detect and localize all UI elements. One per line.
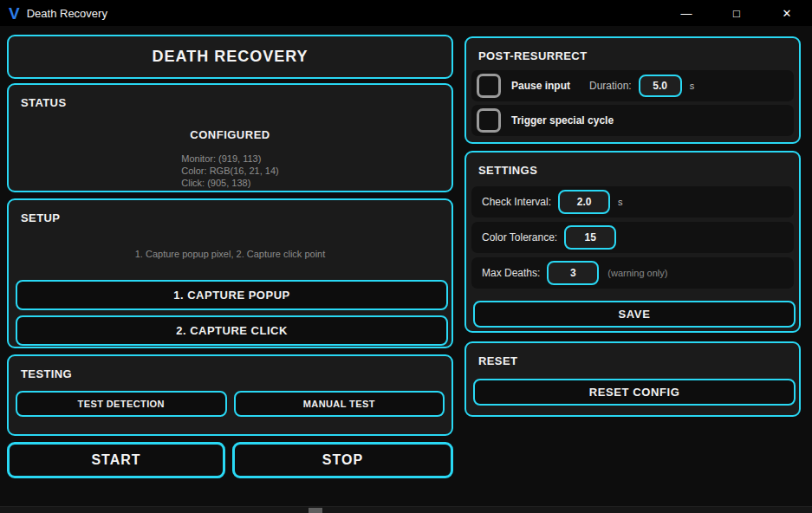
settings-panel: SETTINGS Check Interval: s Color Toleran… — [464, 151, 801, 333]
test-detection-button[interactable]: TEST DETECTION — [16, 391, 227, 417]
post-resurrect-title: POST-RESURRECT — [466, 38, 799, 62]
max-deaths-note: (warning only) — [607, 268, 667, 278]
close-button[interactable]: ✕ — [762, 0, 812, 26]
color-tolerance-input[interactable] — [564, 225, 616, 250]
testing-panel-title: TESTING — [9, 356, 451, 380]
pause-input-row: Pause input Duration: s — [471, 70, 794, 101]
status-state: CONFIGURED — [9, 128, 451, 141]
check-interval-input[interactable] — [558, 190, 610, 214]
reset-config-button[interactable]: RESET CONFIG — [473, 379, 796, 406]
start-button[interactable]: START — [7, 442, 225, 478]
app-logo-icon: V — [9, 5, 20, 22]
page-title: DEATH RECOVERY — [152, 48, 308, 66]
duration-input[interactable] — [639, 75, 682, 97]
setup-panel: SETUP 1. Capture popup pixel, 2. Capture… — [7, 198, 453, 348]
pause-input-checkbox[interactable] — [477, 74, 501, 98]
check-interval-label: Check Interval: — [482, 196, 551, 208]
window-controls: — □ ✕ — [661, 0, 812, 26]
testing-panel: TESTING TEST DETECTION MANUAL TEST — [7, 354, 453, 436]
settings-panel-title: SETTINGS — [466, 153, 799, 177]
status-color: Color: RGB(16, 21, 14) — [181, 166, 279, 178]
status-panel-title: STATUS — [9, 85, 451, 109]
capture-click-button[interactable]: 2. CAPTURE CLICK — [16, 315, 448, 346]
titlebar: V Death Recovery — □ ✕ — [0, 0, 812, 26]
check-interval-row: Check Interval: s — [471, 186, 794, 218]
status-monitor: Monitor: (919, 113) — [181, 153, 279, 166]
duration-label: Duration: — [589, 80, 632, 92]
post-resurrect-panel: POST-RESURRECT Pause input Duration: s T… — [464, 36, 801, 144]
status-panel: STATUS CONFIGURED Monitor: (919, 113) Co… — [7, 83, 453, 192]
trigger-cycle-row: Trigger special cycle — [471, 105, 794, 136]
manual-test-button[interactable]: MANUAL TEST — [234, 391, 445, 417]
trigger-cycle-checkbox[interactable] — [477, 108, 501, 133]
status-click: Click: (905, 138) — [181, 178, 279, 190]
max-deaths-row: Max Deaths: (warning only) — [471, 257, 794, 289]
duration-unit: s — [690, 81, 695, 91]
check-interval-unit: s — [618, 197, 623, 207]
trigger-cycle-label: Trigger special cycle — [511, 114, 614, 127]
setup-panel-title: SETUP — [9, 200, 451, 224]
horizontal-scrollbar[interactable] — [0, 506, 812, 513]
max-deaths-label: Max Deaths: — [482, 267, 540, 279]
window-title: Death Recovery — [27, 7, 107, 20]
pause-input-label: Pause input — [511, 80, 589, 92]
reset-panel: RESET RESET CONFIG — [464, 341, 801, 417]
setup-hint: 1. Capture popup pixel, 2. Capture click… — [9, 249, 451, 259]
reset-panel-title: RESET — [466, 343, 799, 367]
max-deaths-input[interactable] — [547, 261, 599, 285]
maximize-button[interactable]: □ — [711, 0, 762, 26]
minimize-button[interactable]: — — [661, 0, 711, 26]
status-details: Monitor: (919, 113) Color: RGB(16, 21, 1… — [181, 153, 279, 189]
capture-popup-button[interactable]: 1. CAPTURE POPUP — [16, 280, 448, 310]
save-button[interactable]: SAVE — [473, 301, 796, 328]
stop-button[interactable]: STOP — [232, 442, 453, 478]
horizontal-scrollbar-thumb[interactable] — [309, 508, 322, 513]
death-recovery-header-panel: DEATH RECOVERY — [7, 35, 453, 79]
color-tolerance-label: Color Tolerance: — [482, 231, 557, 244]
color-tolerance-row: Color Tolerance: — [471, 222, 794, 253]
